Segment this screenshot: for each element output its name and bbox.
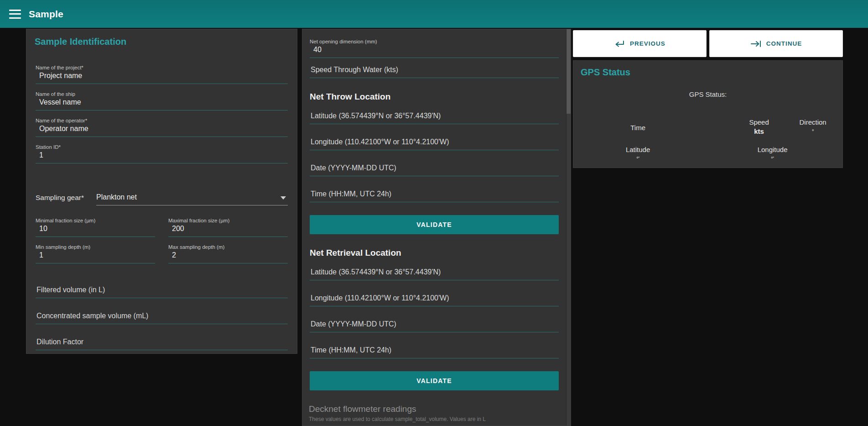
field-ship-name[interactable]: Name of the ship Vessel name xyxy=(36,91,288,110)
gps-status-card: GPS Status GPS Status: Time Speed kts Di… xyxy=(573,60,843,168)
net-throw-location-title: Net Throw Location xyxy=(310,92,559,102)
gps-status-title: GPS Status xyxy=(581,67,835,78)
net-retrieval-location-title: Net Retrieval Location xyxy=(310,248,559,258)
field-retrieval-longitude[interactable]: Longitude (110.42100°W or 110°4.2100'W) xyxy=(310,293,559,306)
validate-retrieval-button[interactable]: VALIDATE xyxy=(310,371,559,390)
decknet-flowmeter-title: Decknet flowmeter readings xyxy=(309,404,559,414)
menu-button[interactable] xyxy=(9,10,21,19)
arrow-right-to-bar-icon xyxy=(750,40,761,47)
field-concentrated-sample-volume[interactable]: Concentrated sample volume (mL) xyxy=(36,311,288,324)
field-operator-name[interactable]: Name of the operator* Operator name xyxy=(36,117,288,137)
gps-speed: Speed kts xyxy=(749,118,769,135)
field-project-name[interactable]: Name of the project* Project name xyxy=(36,64,288,84)
continue-button-label: CONTINUE xyxy=(766,40,802,47)
gps-speed-unit: kts xyxy=(749,127,769,135)
field-throw-time[interactable]: Time (HH:MM, UTC 24h) xyxy=(310,189,559,202)
gps-speed-label: Speed xyxy=(749,118,769,126)
field-retrieval-date[interactable]: Date (YYYY-MM-DD UTC) xyxy=(310,319,559,332)
sample-identification-title: Sample Identification xyxy=(35,37,289,47)
decknet-flowmeter-subtitle: These values are used to calculate sampl… xyxy=(309,416,559,422)
field-min-sampling-depth[interactable]: Min sampling depth (m) 1 xyxy=(36,244,155,263)
scrollbar[interactable] xyxy=(566,29,571,426)
sampling-gear-value: Plankton net xyxy=(96,193,137,201)
field-retrieval-latitude[interactable]: Latitude (36.574439°N or 36°57.4439'N) xyxy=(310,267,559,280)
continue-button[interactable]: CONTINUE xyxy=(709,30,843,57)
gps-latitude: Latitude °' xyxy=(626,146,650,161)
sampling-gear-select[interactable]: Plankton net xyxy=(96,193,288,205)
gps-direction: Direction ° xyxy=(800,118,826,134)
gps-latitude-unit: °' xyxy=(626,156,650,161)
right-panel: PREVIOUS CONTINUE GPS Status GPS Status:… xyxy=(573,30,843,168)
field-dilution-factor[interactable]: Dilution Factor xyxy=(36,337,288,350)
previous-button[interactable]: PREVIOUS xyxy=(573,30,707,57)
gps-longitude-label: Longitude xyxy=(758,146,788,153)
gps-time: Time xyxy=(630,124,645,131)
field-throw-longitude[interactable]: Longitude (110.42100°W or 110°4.2100'W) xyxy=(310,137,559,150)
sampling-gear-label: Sampling gear* xyxy=(36,194,96,205)
previous-button-label: PREVIOUS xyxy=(630,40,665,47)
field-max-sampling-depth[interactable]: Max sampling depth (m) 2 xyxy=(168,244,288,263)
caret-down-icon xyxy=(281,196,286,200)
net-details-panel: Net opening dimension (mm) 40 Speed Thro… xyxy=(302,29,571,426)
gps-latitude-label: Latitude xyxy=(626,146,650,153)
hamburger-icon xyxy=(9,10,21,11)
field-station-id[interactable]: Station ID* 1 xyxy=(36,144,288,163)
field-throw-latitude[interactable]: Latitude (36.574439°N or 36°57.4439'N) xyxy=(310,111,559,124)
sampling-gear-row: Sampling gear* Plankton net xyxy=(36,193,288,205)
arrow-left-to-bar-icon xyxy=(614,40,625,47)
field-min-fraction-size[interactable]: Minimal fraction size (µm) 10 xyxy=(36,217,155,237)
gps-direction-label: Direction xyxy=(800,118,826,126)
sample-identification-card: Sample Identification Name of the projec… xyxy=(26,29,297,354)
field-retrieval-time[interactable]: Time (HH:MM, UTC 24h) xyxy=(310,345,559,358)
gps-time-label: Time xyxy=(630,124,645,131)
validate-throw-button[interactable]: VALIDATE xyxy=(310,215,559,234)
app-title: Sample xyxy=(29,9,63,20)
gps-longitude: Longitude °' xyxy=(758,146,788,161)
gps-direction-unit: ° xyxy=(800,128,826,134)
gps-longitude-unit: °' xyxy=(758,156,788,161)
scrollbar-thumb xyxy=(567,29,571,114)
app-header: Sample xyxy=(0,0,868,28)
field-max-fraction-size[interactable]: Maximal fraction size (µm) 200 xyxy=(168,217,288,237)
field-speed-through-water[interactable]: Speed Through Water (kts) xyxy=(310,65,559,78)
navigation-buttons: PREVIOUS CONTINUE xyxy=(573,30,843,57)
gps-status-value: GPS Status: xyxy=(581,90,835,98)
field-throw-date[interactable]: Date (YYYY-MM-DD UTC) xyxy=(310,163,559,176)
field-net-opening-dimension[interactable]: Net opening dimension (mm) 40 xyxy=(310,38,559,58)
decknet-flowmeter-section: Decknet flowmeter readings These values … xyxy=(309,404,559,422)
field-filtered-volume[interactable]: Filtered volume (in L) xyxy=(36,285,288,298)
